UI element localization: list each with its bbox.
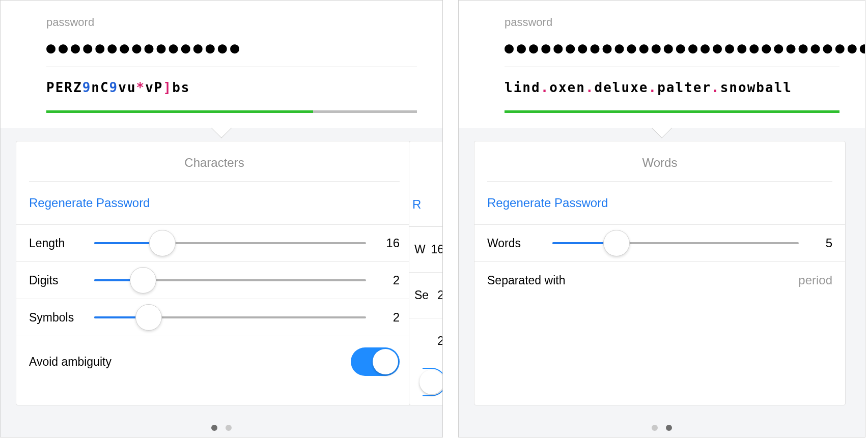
words-card-peek[interactable]: R W16Se22 (409, 141, 443, 405)
ambiguity-toggle[interactable] (351, 347, 400, 376)
strength-meter-fill (505, 110, 839, 113)
words-value: 5 (808, 236, 832, 250)
strength-meter-fill (46, 110, 313, 113)
characters-card: Characters Regenerate Password Length 16… (16, 141, 413, 405)
separator-value: period (798, 273, 832, 287)
separator-row[interactable]: Separated with period (474, 262, 845, 299)
slider-handle[interactable] (130, 267, 156, 294)
page-dot-2[interactable] (666, 425, 672, 431)
symbols-slider[interactable] (94, 316, 366, 318)
password-mask: ●●●●●●●●●●●●●●●● (1, 31, 442, 67)
digits-value: 2 (375, 273, 400, 287)
page-indicator[interactable] (652, 425, 672, 431)
ambiguity-label: Avoid ambiguity (29, 355, 111, 369)
words-label: Words (487, 237, 543, 250)
popover-notch-icon (211, 118, 232, 138)
digits-slider[interactable] (94, 279, 366, 281)
card-title: Characters (29, 141, 400, 182)
characters-generator-panel: password ●●●●●●●●●●●●●●●● PERZ9nC9vu*vP]… (0, 0, 443, 437)
digits-row: Digits 2 (16, 262, 412, 299)
password-plaintext: lind.oxen.deluxe.palter.snowball (459, 67, 865, 110)
words-card: Words Regenerate Password Words 5 Separa… (474, 141, 846, 405)
page-indicator[interactable] (211, 425, 232, 431)
regenerate-button[interactable]: Regenerate Password (16, 182, 412, 225)
password-plaintext: PERZ9nC9vu*vP]bs (1, 67, 442, 110)
popover-notch-icon (652, 118, 672, 138)
password-field-label: password (1, 1, 442, 31)
card-title: Words (487, 141, 832, 182)
page-dot-1[interactable] (211, 425, 217, 431)
ambiguity-row: Avoid ambiguity (16, 336, 412, 387)
strength-meter (505, 110, 839, 113)
length-slider[interactable] (94, 242, 366, 244)
length-label: Length (29, 237, 85, 250)
length-value: 16 (375, 236, 400, 250)
separator-label: Separated with (487, 274, 565, 287)
generator-tray: Characters Regenerate Password Length 16… (1, 128, 442, 437)
password-mask: ●●●●●●●●●●●●●●●●●●●●●●●●●●●●●●●● (459, 31, 865, 67)
page-dot-1[interactable] (652, 425, 658, 431)
digits-label: Digits (29, 274, 85, 287)
generator-tray: Words Regenerate Password Words 5 Separa… (459, 128, 865, 437)
slider-handle[interactable] (135, 304, 162, 331)
password-field-label: password (459, 1, 865, 31)
words-row: Words 5 (474, 225, 845, 262)
symbols-row: Symbols 2 (16, 299, 412, 336)
slider-handle[interactable] (149, 230, 176, 256)
words-slider[interactable] (552, 242, 799, 244)
toggle-knob (373, 349, 398, 374)
symbols-value: 2 (375, 310, 400, 325)
length-row: Length 16 (16, 225, 412, 262)
page-dot-2[interactable] (226, 425, 232, 431)
toggle-peek[interactable] (423, 368, 443, 396)
regenerate-button[interactable]: Regenerate Password (474, 182, 845, 225)
symbols-label: Symbols (29, 311, 85, 325)
strength-meter (46, 110, 417, 113)
slider-handle[interactable] (603, 230, 630, 256)
words-generator-panel: password ●●●●●●●●●●●●●●●●●●●●●●●●●●●●●●●… (458, 0, 865, 437)
regenerate-button-peek[interactable]: R (409, 182, 443, 226)
